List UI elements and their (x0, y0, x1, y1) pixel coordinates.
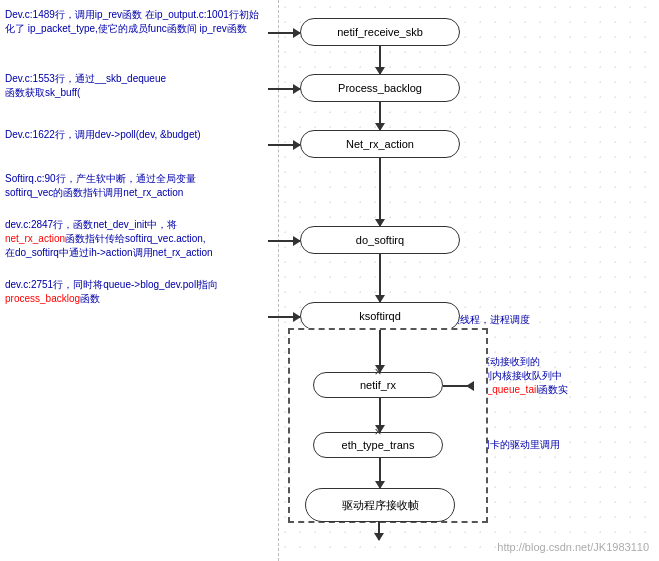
x-mark-eth: × (374, 425, 381, 439)
arrow-ann1-to-node (268, 32, 300, 34)
annotation-5: dev.c:2847行，函数net_dev_init中，将 net_rx_act… (5, 218, 213, 260)
node-process-backlog: Process_backlog (300, 74, 460, 102)
annotation-6: dev.c:2751行，同时将queue->blog_dev.poll指向 pr… (5, 278, 218, 306)
annotation-4: Softirq.c:90行，产生软中断，通过全局变量softirq_vec的函数… (5, 172, 196, 200)
arrow-ann3-to-node (268, 144, 300, 146)
arrow-ann8-to-netif (443, 385, 473, 387)
node-eth-type-trans: × eth_type_trans (313, 432, 443, 458)
annotation-1: Dev.c:1489行，调用ip_rev函数 在ip_output.c:1001… (5, 8, 265, 36)
arrow-softirq-to-ksoftirqd (379, 254, 381, 302)
arrow-backlog-to-netrx (379, 102, 381, 130)
vertical-separator (278, 0, 279, 561)
watermark: http://blog.csdn.net/JK1983110 (497, 541, 649, 553)
annotation-3: Dev.c:1622行，调用dev->poll(dev, &budget) (5, 128, 201, 142)
node-netif-receive-skb: netif_receive_skb (300, 18, 460, 46)
arrow-ann5-to-node (268, 240, 300, 242)
arrow-eth-to-driver (379, 458, 381, 488)
arrow-ksoftirqd-label (268, 316, 300, 318)
arrow-ann2-to-node (268, 88, 300, 90)
node-net-rx-action: Net_rx_action (300, 130, 460, 158)
annotation-2: Dev.c:1553行，通过__skb_dequeue函数获取sk_buff( (5, 72, 166, 100)
main-container: Dev.c:1489行，调用ip_rev函数 在ip_output.c:1001… (0, 0, 659, 561)
arrow-receive-to-backlog (379, 46, 381, 74)
arrow-driver-exit (378, 522, 380, 540)
node-do-softirq: do_softirq (300, 226, 460, 254)
node-ksoftirqd: ksoftirqd (300, 302, 460, 330)
node-driver: 驱动程序接收帧 (305, 488, 455, 522)
x-mark-netif: × (374, 365, 381, 379)
arrow-netrx-to-softirq (379, 158, 381, 226)
node-netif-rx: × netif_rx (313, 372, 443, 398)
